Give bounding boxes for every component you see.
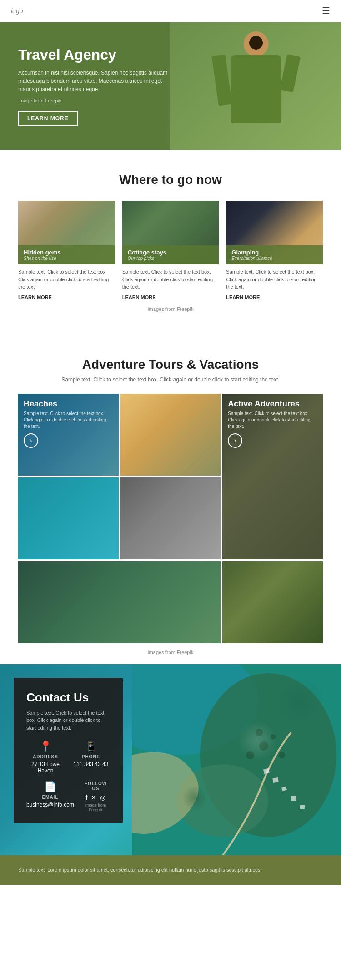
contact-address: 📍 ADDRESS 27 13 Lowe Haven xyxy=(26,741,65,774)
svg-rect-10 xyxy=(272,777,279,783)
svg-point-1 xyxy=(132,664,259,755)
svg-rect-12 xyxy=(291,796,296,801)
footer-text: Sample text. Lorem ipsum dolor sit amet,… xyxy=(18,866,323,874)
card-cottage-stays[interactable]: Cottage stays Our top picks Sample text.… xyxy=(122,201,219,300)
aerial-image xyxy=(132,664,341,855)
phone-icon: 📱 xyxy=(72,741,110,752)
card-label-cottage-stays: Cottage stays Our top picks xyxy=(122,245,219,264)
svg-point-8 xyxy=(246,751,254,759)
card-image-cottage-stays: Cottage stays Our top picks xyxy=(122,201,219,264)
hero-image xyxy=(170,22,341,150)
adventure-title: Adventure Tours & Vacations xyxy=(18,357,323,372)
beaches-overlay: Beaches Sample text. Click to select the… xyxy=(18,394,119,453)
contact-follow: FOLLOW US f ✕ ◎ Image from Freepik xyxy=(81,781,110,812)
email-label: EMAIL xyxy=(26,795,74,800)
svg-rect-9 xyxy=(263,768,270,774)
svg-rect-11 xyxy=(281,786,287,791)
active-title: Active Adventures xyxy=(228,399,317,409)
svg-point-7 xyxy=(279,752,285,758)
card-image-hidden-gems: Hidden gems Sites on the rise xyxy=(18,201,115,264)
svg-point-4 xyxy=(256,729,263,736)
where-to-go-image-credit: Images from Freepik xyxy=(18,306,323,312)
svg-point-3 xyxy=(177,764,268,837)
logo: logo xyxy=(11,7,23,15)
address-label: ADDRESS xyxy=(26,754,65,759)
twitter-icon[interactable]: ✕ xyxy=(91,794,96,801)
contact-card: Contact Us Sample text. Click to select … xyxy=(14,678,123,823)
address-value: 27 13 Lowe Haven xyxy=(26,761,65,774)
facebook-icon[interactable]: f xyxy=(86,794,88,801)
adventure-active[interactable]: Active Adventures Sample text. Click to … xyxy=(222,394,323,559)
card-text-hidden-gems: Sample text. Click to select the text bo… xyxy=(18,268,115,291)
contact-phone: 📱 PHONE 111 343 43 43 xyxy=(72,741,110,774)
where-to-go-section: Where to go now Hidden gems Sites on the… xyxy=(0,150,341,335)
adventure-beaches[interactable]: Beaches Sample text. Click to select the… xyxy=(18,394,119,476)
footer: Sample text. Lorem ipsum dolor sit amet,… xyxy=(0,855,341,885)
adventure-subtitle: Sample text. Click to select the text bo… xyxy=(18,376,323,383)
card-learn-glamping[interactable]: LEARN MORE xyxy=(226,295,323,300)
contact-bottom-row: 📄 EMAIL business@info.com FOLLOW US f ✕ … xyxy=(26,781,110,812)
adventure-mountain[interactable] xyxy=(120,477,221,559)
menu-icon[interactable]: ☰ xyxy=(322,5,330,16)
instagram-icon[interactable]: ◎ xyxy=(100,794,105,801)
hero-cta-button[interactable]: LEARN MORE xyxy=(18,111,78,126)
card-learn-cottage-stays[interactable]: LEARN MORE xyxy=(122,295,219,300)
svg-rect-0 xyxy=(132,664,341,855)
active-text: Sample text. Click to select the text bo… xyxy=(228,411,317,430)
adventure-grid: Beaches Sample text. Click to select the… xyxy=(18,394,323,643)
email-icon: 📄 xyxy=(26,781,74,793)
hero-section: Travel Agency Accumsan in nisl nisi scel… xyxy=(0,22,341,150)
card-hidden-gems[interactable]: Hidden gems Sites on the rise Sample tex… xyxy=(18,201,115,300)
active-arrow[interactable]: › xyxy=(228,433,242,448)
card-glamping[interactable]: Glamping Exercitation ullamco Sample tex… xyxy=(226,201,323,300)
header: logo ☰ xyxy=(0,0,341,22)
email-value: business@info.com xyxy=(26,802,74,808)
card-label-hidden-gems: Hidden gems Sites on the rise xyxy=(18,245,115,264)
contact-title: Contact Us xyxy=(26,691,110,705)
follow-label: FOLLOW US xyxy=(81,781,110,791)
location-icon: 📍 xyxy=(26,741,65,752)
contact-section: Contact Us Sample text. Click to select … xyxy=(0,664,341,855)
svg-point-5 xyxy=(270,734,276,740)
adventure-palm[interactable] xyxy=(18,561,221,643)
adventure-image-credit: Images from Freepik xyxy=(18,650,323,655)
card-text-cottage-stays: Sample text. Click to select the text bo… xyxy=(122,268,219,291)
contact-description: Sample text. Click to select the text bo… xyxy=(26,709,110,732)
adventure-section: Adventure Tours & Vacations Sample text.… xyxy=(0,335,341,664)
where-to-go-title: Where to go now xyxy=(18,173,323,187)
social-icons: f ✕ ◎ xyxy=(81,794,110,801)
card-image-glamping: Glamping Exercitation ullamco xyxy=(226,201,323,264)
adventure-water[interactable] xyxy=(18,477,119,559)
adventure-forest[interactable] xyxy=(120,394,221,476)
svg-point-6 xyxy=(259,741,268,751)
beaches-arrow[interactable]: › xyxy=(24,433,38,448)
svg-point-2 xyxy=(200,673,336,837)
cards-grid: Hidden gems Sites on the rise Sample tex… xyxy=(18,201,323,300)
card-text-glamping: Sample text. Click to select the text bo… xyxy=(226,268,323,291)
contact-email: 📄 EMAIL business@info.com xyxy=(26,781,74,808)
adventure-road[interactable] xyxy=(222,561,323,643)
contact-image-note: Image from Freepik xyxy=(81,803,110,812)
card-learn-hidden-gems[interactable]: LEARN MORE xyxy=(18,295,115,300)
contact-grid: 📍 ADDRESS 27 13 Lowe Haven 📱 PHONE 111 3… xyxy=(26,741,110,774)
active-overlay: Active Adventures Sample text. Click to … xyxy=(222,394,323,453)
beaches-text: Sample text. Click to select the text bo… xyxy=(24,411,113,430)
beaches-title: Beaches xyxy=(24,399,113,409)
hero-title: Travel Agency xyxy=(18,46,170,63)
phone-label: PHONE xyxy=(72,754,110,759)
card-label-glamping: Glamping Exercitation ullamco xyxy=(226,245,323,264)
hero-image-credit: Image from Freepik xyxy=(18,98,170,103)
hero-description: Accumsan in nisl nisi scelerisque. Sapie… xyxy=(18,69,170,93)
phone-value: 111 343 43 43 xyxy=(72,761,110,767)
hero-content: Travel Agency Accumsan in nisl nisi scel… xyxy=(0,28,188,144)
svg-rect-13 xyxy=(300,805,305,809)
